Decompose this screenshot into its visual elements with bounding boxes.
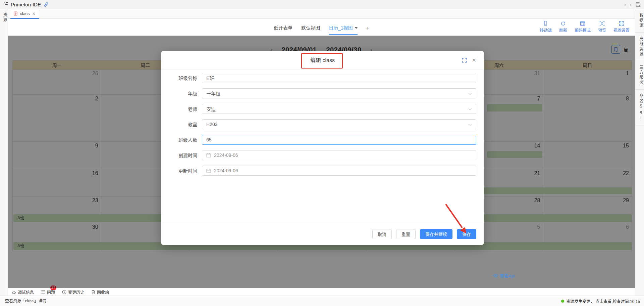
view-tab-default-view[interactable]: 默认视图 xyxy=(301,24,320,35)
field-label-updated-time: 更新时间 xyxy=(176,167,197,174)
app-title: Primeton-IDE xyxy=(11,2,41,7)
field-label-teacher: 老师 xyxy=(176,105,197,112)
edit-class-dialog: 编辑 class ✕ 班级名称 年级 一年级 老师 安迪 xyxy=(161,51,484,245)
chevron-down-icon xyxy=(469,107,472,111)
eye-icon xyxy=(493,274,498,277)
panel-tab-debug-info[interactable]: 调试信息 xyxy=(12,289,34,295)
status-green-dot-icon xyxy=(561,300,564,303)
clock-icon xyxy=(62,290,66,294)
view-tabs: 低开表单 默认视图 日历_1视图 + xyxy=(274,24,370,35)
share-link-icon[interactable] xyxy=(44,2,49,7)
field-label-classroom: 教室 xyxy=(176,121,197,128)
dialog-header: 编辑 class ✕ xyxy=(161,51,484,70)
view-api-link[interactable]: 查看Api xyxy=(493,272,515,279)
chevron-down-icon xyxy=(469,123,472,126)
class-size-input[interactable] xyxy=(202,135,476,145)
tab-class[interactable]: class ✕ xyxy=(10,9,39,19)
bottom-panel-bar: 调试信息 问题 37 变更历史 回收站 xyxy=(8,288,635,296)
rail-item-offline-resources[interactable]: 离线资源 xyxy=(635,33,644,61)
panel-tab-change-history[interactable]: 变更历史 xyxy=(62,289,84,295)
chevron-down-icon xyxy=(469,92,472,95)
add-view-button[interactable]: + xyxy=(366,25,370,35)
right-rail: 数据源 离线资源 三方服务 命名Sql xyxy=(635,9,644,296)
list-icon xyxy=(41,290,45,294)
class-name-value[interactable] xyxy=(206,74,472,82)
trash-icon xyxy=(91,290,95,294)
field-label-class-name: 班级名称 xyxy=(176,75,197,81)
title-bar: Primeton-IDE ‹ › xyxy=(0,0,644,9)
rail-item-datasource[interactable]: 数据源 xyxy=(635,9,644,33)
save-resource-icon[interactable] xyxy=(636,2,641,7)
field-label-class-size: 班级人数 xyxy=(176,136,197,143)
tab-class-label: class xyxy=(20,11,30,16)
app-logo-icon xyxy=(3,1,9,8)
tab-close-icon[interactable]: ✕ xyxy=(32,11,36,16)
status-resource-detail: 查看资源「class」详情 xyxy=(5,296,46,306)
rail-item-named-sql[interactable]: 命名Sql xyxy=(635,90,644,125)
grade-select[interactable]: 一年级 xyxy=(202,88,476,98)
panel-tab-recycle-bin[interactable]: 回收站 xyxy=(91,289,109,295)
dialog-title: 编辑 class xyxy=(161,51,484,70)
cancel-button[interactable]: 取消 xyxy=(372,229,392,239)
calendar-icon xyxy=(206,153,211,158)
mobile-preview-button[interactable]: 移动端 xyxy=(540,21,552,33)
toolbar-actions: 移动端 刷新 编码模式 预览 视图设置 xyxy=(540,21,630,33)
created-time-datepicker[interactable]: 2024-09-06 xyxy=(202,150,476,160)
left-rail: 资源 xyxy=(0,9,8,296)
reset-button[interactable]: 重置 xyxy=(396,229,416,239)
refresh-button[interactable]: 刷新 xyxy=(559,21,567,33)
class-size-value[interactable] xyxy=(206,135,472,144)
save-button[interactable]: 保存 xyxy=(457,229,476,239)
status-bar: 查看资源「class」详情 资源发生变更， 点击查看,检查时间:10:15 xyxy=(0,296,644,306)
calendar-icon xyxy=(206,168,211,173)
chevron-down-icon[interactable] xyxy=(355,27,358,29)
history-back-icon[interactable]: ‹ xyxy=(624,0,626,9)
field-label-created-time: 创建时间 xyxy=(176,152,197,159)
preview-button[interactable]: 预览 xyxy=(598,21,606,33)
field-label-grade: 年级 xyxy=(176,90,197,97)
editor-tab-bar: class ✕ xyxy=(8,9,635,19)
form-doc-icon xyxy=(14,11,17,16)
view-tab-calendar-1[interactable]: 日历_1视图 xyxy=(329,24,358,35)
view-toolbar: 低开表单 默认视图 日历_1视图 + 移动端 刷新 编码模式 xyxy=(8,19,635,35)
panel-tab-problems[interactable]: 问题 37 xyxy=(41,289,55,295)
view-settings-button[interactable]: 视图设置 xyxy=(613,21,630,33)
rail-item-resources[interactable]: 资源 xyxy=(0,12,8,23)
dialog-footer: 取消 重置 保存并继续 保存 xyxy=(161,223,484,245)
rail-item-thirdparty-services[interactable]: 三方服务 xyxy=(635,61,644,90)
classroom-select[interactable]: H203 xyxy=(202,119,476,129)
save-and-continue-button[interactable]: 保存并继续 xyxy=(420,229,452,239)
view-tab-lowcode-form[interactable]: 低开表单 xyxy=(274,24,292,35)
teacher-select[interactable]: 安迪 xyxy=(202,104,476,114)
fullscreen-icon[interactable] xyxy=(462,58,467,64)
updated-time-datepicker[interactable]: 2024-09-06 xyxy=(202,166,476,176)
close-icon[interactable]: ✕ xyxy=(472,57,476,63)
code-mode-button[interactable]: 编码模式 xyxy=(575,21,591,33)
class-name-input[interactable] xyxy=(202,73,476,83)
status-change-notice[interactable]: 资源发生变更， 点击查看,检查时间:10:15 xyxy=(561,296,640,306)
debug-icon xyxy=(12,290,16,294)
dialog-body: 班级名称 年级 一年级 老师 安迪 教室 H203 xyxy=(161,70,484,176)
history-forward-icon[interactable]: › xyxy=(630,0,632,9)
